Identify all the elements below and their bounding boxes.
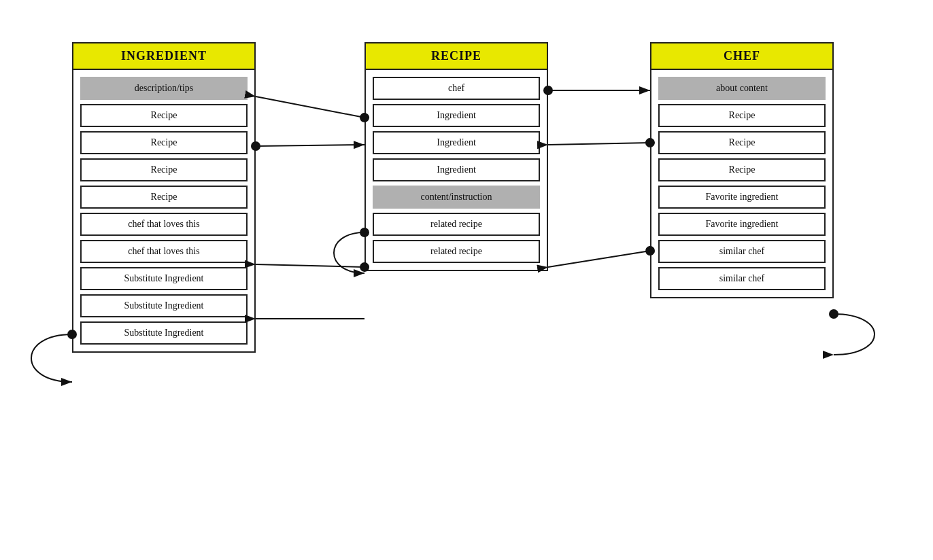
ingredient-field-recipe2: Recipe bbox=[80, 131, 248, 154]
chef-field-similar-chef1: similar chef bbox=[658, 240, 826, 263]
recipe-field-content: content/instruction bbox=[373, 186, 540, 209]
arrow-ingredient-recipe-to-recipe bbox=[256, 145, 364, 146]
ingredient-body: description/tips Recipe Recipe Recipe Re… bbox=[73, 70, 254, 351]
recipe-field-related1: related recipe bbox=[373, 213, 540, 236]
ingredient-header: INGREDIENT bbox=[73, 43, 254, 70]
ingredient-field-chef1: chef that loves this bbox=[80, 213, 248, 236]
ingredient-field-chef2: chef that loves this bbox=[80, 240, 248, 263]
arrow-chef-similar-self bbox=[834, 314, 875, 355]
recipe-field-ingredient1: Ingredient bbox=[373, 104, 540, 127]
recipe-field-ingredient3: Ingredient bbox=[373, 158, 540, 181]
recipe-field-chef: chef bbox=[373, 77, 540, 100]
entity-chef: CHEF about content Recipe Recipe Recipe … bbox=[650, 42, 834, 298]
chef-field-fav-ingredient2: Favorite ingredient bbox=[658, 213, 826, 236]
chef-body: about content Recipe Recipe Recipe Favor… bbox=[651, 70, 832, 297]
ingredient-field-description: description/tips bbox=[80, 77, 248, 100]
recipe-field-ingredient2: Ingredient bbox=[373, 131, 540, 154]
chef-field-similar-chef2: similar chef bbox=[658, 267, 826, 290]
recipe-body: chef Ingredient Ingredient Ingredient co… bbox=[366, 70, 547, 270]
ingredient-field-recipe1: Recipe bbox=[80, 104, 248, 127]
entity-recipe: RECIPE chef Ingredient Ingredient Ingred… bbox=[364, 42, 548, 271]
ingredient-field-recipe3: Recipe bbox=[80, 158, 248, 181]
recipe-field-related2: related recipe bbox=[373, 240, 540, 263]
arrow-recipe-related2-to-ingredient-chef2 bbox=[256, 264, 364, 267]
arrow-chef-fav-to-recipe bbox=[548, 251, 650, 267]
chef-field-recipe1: Recipe bbox=[658, 104, 826, 127]
arrow-chef-recipe-to-recipe bbox=[548, 143, 650, 145]
diagram-container: INGREDIENT description/tips Recipe Recip… bbox=[58, 22, 875, 538]
chef-header: CHEF bbox=[651, 43, 832, 70]
chef-field-recipe2: Recipe bbox=[658, 131, 826, 154]
ingredient-field-recipe4: Recipe bbox=[80, 186, 248, 209]
arrow-recipe-ingredient1-to-ingredient bbox=[256, 97, 364, 118]
chef-field-about: about content bbox=[658, 77, 826, 100]
chef-field-fav-ingredient1: Favorite ingredient bbox=[658, 186, 826, 209]
entity-ingredient: INGREDIENT description/tips Recipe Recip… bbox=[72, 42, 256, 353]
ingredient-field-substitute1: Substitute Ingredient bbox=[80, 267, 248, 290]
recipe-header: RECIPE bbox=[366, 43, 547, 70]
chef-field-recipe3: Recipe bbox=[658, 158, 826, 181]
ingredient-field-substitute2: Substitute Ingredient bbox=[80, 294, 248, 317]
arrow-recipe-related-self bbox=[334, 232, 364, 273]
ingredient-field-substitute3: Substitute Ingredient bbox=[80, 321, 248, 345]
arrow-ingredient-substitute-self bbox=[31, 334, 72, 382]
